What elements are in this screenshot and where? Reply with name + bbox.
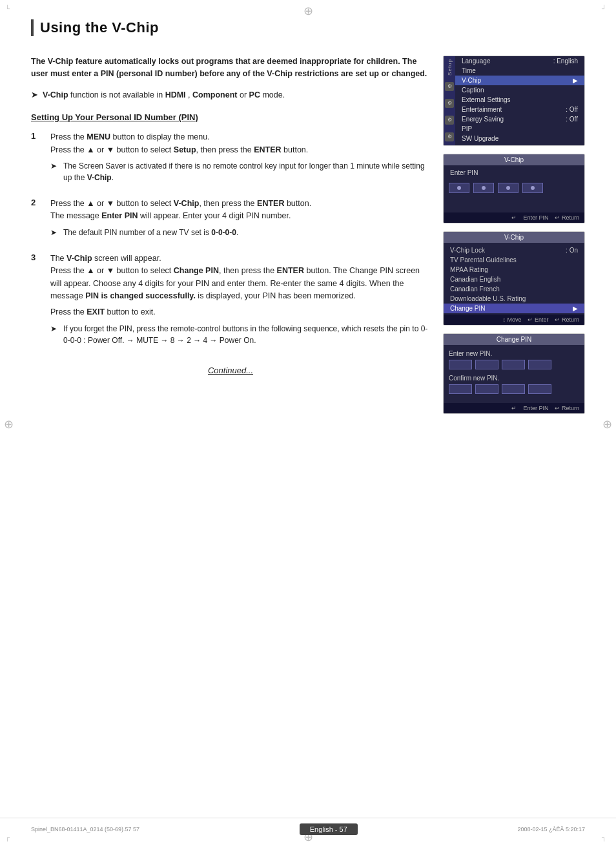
step-3-exit: Press the EXIT button to exit. [50, 306, 430, 318]
vchip-lock-item: V-Chip Lock: On [444, 245, 584, 255]
change-pin-panel-header: Change PIN [444, 334, 584, 345]
menu-item-entertainment: Entertainment: Off [455, 105, 584, 114]
note-arrow-3-icon: ➤ [50, 323, 59, 346]
note-comma: , [188, 90, 192, 99]
page: └ ┘ ┌ ┐ ⊕ ⊕ ⊕ ⊕ Using the V-Chip The V-C… [0, 0, 616, 848]
pin-boxes [444, 180, 584, 196]
change-pin-panel-footer: ↵ Enter PIN ↩ Return [444, 403, 584, 413]
menu-item-pip: PIP [455, 124, 584, 134]
note-or: or [240, 90, 249, 99]
confirm-pin-box-2 [475, 384, 498, 394]
setup-sidebar: Setup ⚙ ⚙ ⚙ ⚙ [444, 56, 455, 145]
step-1: 1 Press the MENU button to display the m… [31, 131, 430, 183]
change-pin-item: Change PIN ▶ [444, 304, 584, 313]
step-number-2: 2 [31, 198, 43, 238]
downloadable-rating-item: Downloadable U.S. Rating [444, 294, 584, 304]
footer3-return: ↩ Return [555, 316, 579, 323]
menu-item-vchip: V-Chip ▶ [455, 76, 584, 85]
vchip-panel2-footer: ↵ Enter PIN ↩ Return [444, 212, 584, 223]
continued-text: Continued... [31, 366, 430, 375]
crosshair-right-icon: ⊕ [602, 417, 612, 431]
page-title-bar: Using the V-Chip [31, 19, 585, 36]
confirm-pin-box-4 [528, 384, 551, 394]
note-component: Component [192, 90, 237, 99]
footer-enter-icon: ↵ [511, 214, 517, 221]
enter-new-pin-boxes [444, 358, 584, 372]
step-3-note: ➤ If you forget the PIN, press the remot… [50, 323, 430, 346]
page-number-badge: English - 57 [300, 823, 358, 835]
note-vchip-label: V-Chip [43, 90, 68, 99]
step-1-content: Press the MENU button to display the men… [50, 131, 430, 183]
menu-item-language: Language: English [455, 56, 584, 66]
step-3-content: The V-Chip screen will appear. Press the… [50, 253, 430, 346]
menu-item-caption: Caption [455, 85, 584, 95]
pin-box-4 [522, 183, 543, 193]
corner-mark-tr: ┘ [602, 5, 611, 14]
corner-mark-bl: ┌ [5, 834, 14, 843]
bottom-left-text: Spinel_BN68-01411A_0214 (50-69).57 57 [31, 826, 139, 832]
step-1-main: Press the MENU button to display the men… [50, 131, 430, 156]
footer-return-label: ↩ Return [555, 214, 579, 221]
vchip-panel3-footer: ↕ Move ↵ Enter ↩ Return [444, 315, 584, 325]
confirm-pin-box-1 [449, 384, 472, 394]
change-pin-panel: Change PIN Enter new PIN. Confirm new PI… [443, 333, 585, 414]
menu-item-external: External Settings [455, 95, 584, 105]
step-number-3: 3 [31, 253, 43, 346]
step-2-note-text: The default PIN number of a new TV set i… [63, 227, 238, 238]
footer4-enter-label: Enter PIN [523, 405, 548, 411]
change-pin-panel-body: Enter new PIN. Confirm new PIN. [444, 345, 584, 403]
right-panels: Setup ⚙ ⚙ ⚙ ⚙ Language: English Time [443, 56, 585, 414]
pin-box-1 [449, 183, 469, 193]
new-pin-box-4 [528, 360, 551, 369]
footer3-enter: ↵ Enter [528, 316, 548, 323]
section-heading: Setting Up Your Personal ID Number (PIN) [31, 112, 430, 122]
canadian-english-item: Canadian English [444, 274, 584, 284]
footer-enter-label: Enter PIN [523, 214, 548, 221]
vchip-panel3-header: V-Chip [444, 232, 584, 243]
setup-icon-1: ⚙ [445, 82, 454, 91]
step-3: 3 The V-Chip screen will appear. Press t… [31, 253, 430, 346]
footer4-return-label: ↩ Return [555, 405, 579, 411]
menu-item-sw-upgrade: SW Upgrade [455, 134, 584, 143]
pin-box-3 [498, 183, 518, 193]
setup-icon-3: ⚙ [445, 116, 454, 125]
note-pc: PC [249, 90, 260, 99]
content-area: The V-Chip feature automatically locks o… [31, 56, 585, 414]
note-arrow-2-icon: ➤ [50, 227, 59, 238]
note-arrow-1-icon: ➤ [50, 160, 59, 183]
step-number-1: 1 [31, 131, 43, 183]
canadian-french-item: Canadian French [444, 284, 584, 294]
left-content: The V-Chip feature automatically locks o… [31, 56, 430, 414]
pin-box-2 [473, 183, 494, 193]
new-pin-box-1 [449, 360, 472, 369]
step-1-note-text: The Screen Saver is activated if there i… [63, 160, 430, 183]
crosshair-left-icon: ⊕ [4, 417, 14, 431]
footer3-move: ↕ Move [502, 316, 521, 323]
corner-mark-tl: └ [5, 5, 14, 14]
vchip-panel2-header: V-Chip [444, 154, 584, 165]
mpaa-rating-item: MPAA Rating [444, 265, 584, 274]
corner-mark-br: ┐ [602, 834, 611, 843]
step-2-note: ➤ The default PIN number of a new TV set… [50, 227, 430, 238]
enter-pin-label: Enter PIN [444, 168, 584, 178]
setup-icon-2: ⚙ [445, 99, 454, 108]
setup-sidebar-label: Setup [447, 59, 453, 76]
step-3-main: The V-Chip screen will appear. Press the… [50, 253, 430, 303]
new-pin-box-2 [475, 360, 498, 369]
bottom-bar: Spinel_BN68-01411A_0214 (50-69).57 57 En… [0, 818, 616, 835]
note-hdmi: HDMI [165, 90, 186, 99]
tv-parental-item: TV Parental Guidelines [444, 255, 584, 265]
note-arrow-icon: ➤ [31, 90, 38, 99]
confirm-pin-box-3 [502, 384, 525, 394]
vchip-panel3-body: V-Chip Lock: On TV Parental Guidelines M… [444, 243, 584, 315]
confirm-new-pin-label: Confirm new PIN. [444, 372, 584, 383]
step-2-content: Press the ▲ or ▼ button to select V-Chip… [50, 198, 430, 238]
step-1-note: ➤ The Screen Saver is activated if there… [50, 160, 430, 183]
confirm-pin-boxes [444, 383, 584, 397]
setup-icon-4: ⚙ [445, 132, 454, 141]
setup-menu-items: Language: English Time V-Chip ▶ Caption [455, 56, 584, 145]
bottom-right-text: 2008-02-15 ¿ÀÈÄ 5:20:17 [517, 826, 585, 832]
crosshair-top-icon: ⊕ [303, 4, 313, 18]
vchip-menu-panel: V-Chip V-Chip Lock: On TV Parental Guide… [443, 231, 585, 326]
new-pin-box-3 [502, 360, 525, 369]
